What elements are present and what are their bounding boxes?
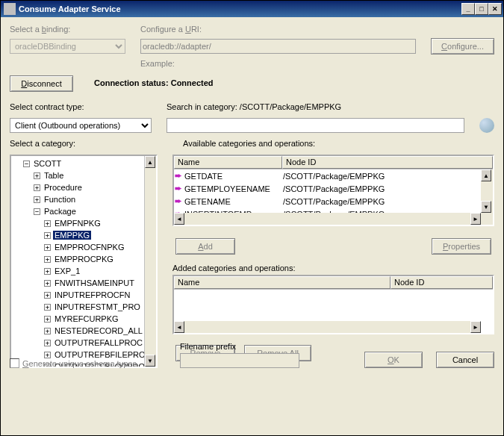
tree-node[interactable]: +Procedure: [13, 181, 155, 193]
ok-button[interactable]: OK: [364, 352, 423, 368]
contract-type-label: Select contract type:: [10, 102, 152, 111]
tree-node[interactable]: +MYREFCURPKG: [13, 313, 155, 325]
added-scroll-left[interactable]: ◄: [174, 321, 184, 333]
tree-node[interactable]: +EMPFNPKG: [13, 217, 155, 229]
tree-node[interactable]: +EMPPROCFNPKG: [13, 241, 155, 253]
maximize-button[interactable]: □: [475, 3, 488, 15]
added-list[interactable]: Name Node ID ◄►: [172, 275, 494, 334]
dialog-window: Consume Adapter Service _ □ ✕ Select a b…: [0, 0, 504, 436]
search-label: Search in category: /SCOTT/Package/EMPPK…: [167, 102, 494, 111]
add-button[interactable]: Add: [175, 238, 235, 255]
avail-col-nodeid[interactable]: Node ID: [282, 156, 493, 169]
tree-node[interactable]: +Function: [13, 193, 155, 205]
filename-prefix-label: Filename prefix: [180, 342, 351, 351]
tree-node[interactable]: +FNWITHSAMEINPUT: [13, 277, 155, 289]
properties-button[interactable]: Properties: [432, 238, 491, 255]
available-ops-label: Available categories and operations:: [183, 139, 494, 148]
tree-node[interactable]: +INPUTREFSTMT_PRO: [13, 301, 155, 313]
disconnect-button[interactable]: Disconnect: [10, 75, 73, 92]
select-binding-label: Select a binding:: [10, 25, 125, 34]
added-col-name[interactable]: Name: [174, 276, 391, 289]
avail-col-name[interactable]: Name: [174, 156, 282, 169]
select-category-label: Select a category:: [10, 139, 168, 148]
list-item[interactable]: ➨INSERTINTOEMP/SCOTT/Package/EMPPKG: [174, 208, 481, 213]
app-icon: [4, 3, 16, 15]
example-label: Example:: [140, 59, 175, 68]
tree-node[interactable]: +EMPPKG: [13, 229, 155, 241]
avail-scroll-down[interactable]: ▼: [481, 201, 491, 213]
avail-scroll-left[interactable]: ◄: [174, 213, 184, 225]
contract-type-select[interactable]: Client (Outbound operations): [10, 118, 152, 133]
titlebar: Consume Adapter Service _ □ ✕: [1, 1, 503, 17]
list-item[interactable]: ➨GETDATE/SCOTT/Package/EMPPKG: [174, 169, 481, 182]
tree-node[interactable]: −Package: [13, 205, 155, 217]
search-go-icon[interactable]: [479, 118, 494, 133]
list-item[interactable]: ➨GETEMPLOYEENAME/SCOTT/Package/EMPPKG: [174, 182, 481, 195]
configure-button[interactable]: Configure...: [431, 38, 494, 54]
category-tree[interactable]: −SCOTT+Table+Procedure+Function−Package+…: [10, 155, 158, 368]
gen-unique-checkbox[interactable]: Generate unique schema types: [10, 358, 137, 368]
tree-scroll-up[interactable]: ▲: [145, 156, 155, 168]
filename-prefix-input: [180, 353, 299, 368]
minimize-button[interactable]: _: [461, 3, 475, 15]
uri-input: [140, 39, 416, 54]
tree-node[interactable]: −SCOTT: [13, 158, 155, 169]
added-ops-label: Added categories and operations:: [172, 264, 494, 272]
binding-select: oracleDBBinding: [10, 39, 125, 54]
cancel-button[interactable]: Cancel: [436, 352, 494, 368]
avail-scroll-right[interactable]: ►: [470, 213, 481, 225]
window-title: Consume Adapter Service: [19, 4, 461, 13]
avail-scroll-up[interactable]: ▲: [481, 169, 491, 181]
close-button[interactable]: ✕: [488, 3, 502, 15]
added-col-nodeid[interactable]: Node ID: [391, 276, 493, 289]
tree-node[interactable]: +INPUTREFPROCFN: [13, 289, 155, 301]
tree-node[interactable]: +Table: [13, 169, 155, 181]
tree-node[interactable]: +EMPPROCPKG: [13, 253, 155, 265]
list-item[interactable]: ➨GETENAME/SCOTT/Package/EMPPKG: [174, 195, 481, 208]
tree-node[interactable]: +NESTEDRECORD_ALL: [13, 325, 155, 337]
added-scroll-right[interactable]: ►: [470, 321, 481, 333]
tree-node[interactable]: +EXP_1: [13, 265, 155, 277]
connection-status: Connection status: Connected: [94, 78, 214, 87]
search-input[interactable]: [167, 118, 464, 133]
configure-uri-label: Configure a URI:: [140, 25, 416, 34]
available-list[interactable]: Name Node ID ➨GETDATE/SCOTT/Package/EMPP…: [172, 155, 494, 226]
